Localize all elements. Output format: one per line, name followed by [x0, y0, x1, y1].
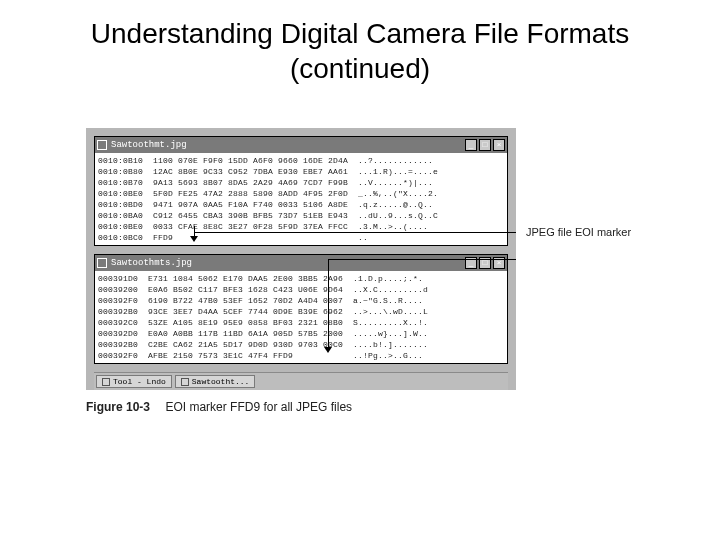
callout-label: JPEG file EOI marker — [526, 226, 631, 238]
app-icon — [97, 140, 107, 150]
maximize-button[interactable]: □ — [479, 139, 491, 151]
window-buttons-1: _ □ × — [465, 139, 505, 151]
figure-area: Sawtoothmt.jpg _ □ × 0010:0B10 1100 070E… — [86, 128, 634, 414]
taskbar-button-1[interactable]: Tool - Lndo — [96, 375, 172, 388]
desktop-background: Sawtoothmt.jpg _ □ × 0010:0B10 1100 070E… — [86, 128, 516, 390]
taskbar-app-icon — [181, 378, 189, 386]
filename-1: Sawtoothmt.jpg — [111, 140, 465, 150]
hex-dump-2: 000391D0 E731 1084 5062 E170 DAA5 2E00 3… — [95, 271, 507, 363]
callout-line-h2 — [328, 259, 516, 260]
callout-arrow-1 — [190, 236, 198, 242]
taskbar-app-icon — [102, 378, 110, 386]
app-icon — [97, 258, 107, 268]
hex-window-2: Sawtoothmts.jpg _ □ × 000391D0 E731 1084… — [94, 254, 508, 364]
minimize-button[interactable]: _ — [465, 139, 477, 151]
close-button[interactable]: × — [493, 139, 505, 151]
figure-caption: Figure 10-3 EOI marker FFD9 for all JPEG… — [86, 400, 634, 414]
taskbar-button-2[interactable]: Sawtootht... — [175, 375, 256, 388]
titlebar-2: Sawtoothmts.jpg _ □ × — [95, 255, 507, 271]
callout-line-v2 — [328, 259, 329, 349]
figure-caption-text: EOI marker FFD9 for all JPEG files — [165, 400, 352, 414]
callout-arrow-2 — [324, 347, 332, 353]
slide-title: Understanding Digital Camera File Format… — [40, 16, 680, 86]
hex-window-1: Sawtoothmt.jpg _ □ × 0010:0B10 1100 070E… — [94, 136, 508, 246]
taskbar-label-1: Tool - Lndo — [113, 377, 166, 386]
taskbar-label-2: Sawtootht... — [192, 377, 250, 386]
figure-number: Figure 10-3 — [86, 400, 150, 414]
callout-line-h1 — [194, 232, 516, 233]
taskbar: Tool - Lndo Sawtootht... — [94, 372, 508, 390]
titlebar-1: Sawtoothmt.jpg _ □ × — [95, 137, 507, 153]
